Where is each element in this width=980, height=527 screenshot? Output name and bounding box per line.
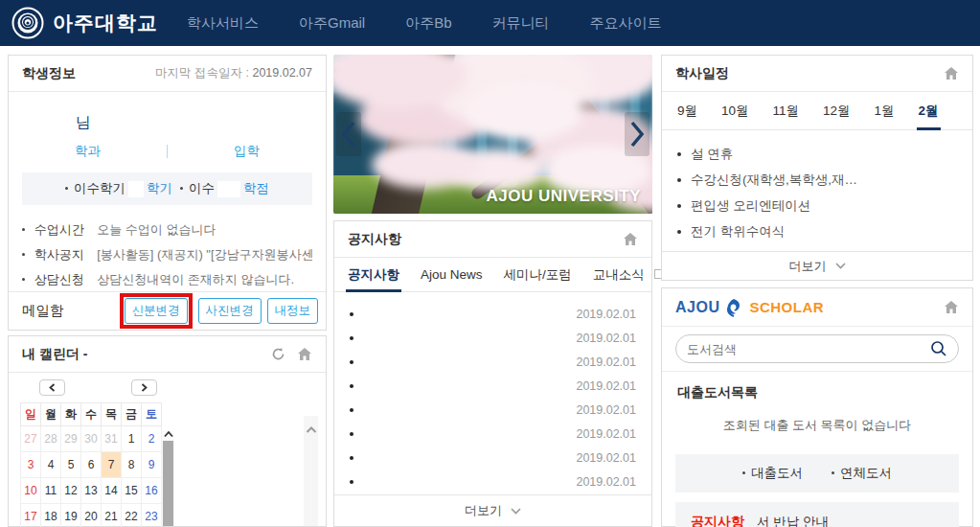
- university-logo[interactable]: 아주대학교: [11, 7, 158, 39]
- tab-month-10[interactable]: 10월: [721, 92, 749, 129]
- calendar-day[interactable]: 19: [61, 504, 81, 527]
- calendar-day[interactable]: 5: [61, 452, 81, 478]
- calendar-day[interactable]: 10: [21, 478, 41, 504]
- calendar-day-today[interactable]: 7: [102, 452, 122, 478]
- carousel-prev-button[interactable]: [336, 112, 361, 156]
- book-search-box[interactable]: [675, 334, 959, 363]
- bullet-dot: [22, 253, 25, 256]
- calendar-day[interactable]: 30: [81, 426, 102, 452]
- calendar-day[interactable]: 27: [21, 426, 41, 452]
- my-info-button[interactable]: 내정보: [267, 298, 319, 324]
- schedule-item[interactable]: 편입생 오리엔테이션: [677, 193, 957, 218]
- calendar-day[interactable]: 14: [102, 478, 122, 504]
- change-photo-button[interactable]: 사진변경: [198, 298, 262, 324]
- menu-item-ajou-bb[interactable]: 아주Bb: [405, 14, 451, 33]
- notice-item[interactable]: 2019.02.01: [350, 350, 636, 374]
- home-icon[interactable]: [944, 66, 959, 80]
- notice-item[interactable]: 2019.02.01: [350, 326, 636, 350]
- main-menu: 학사서비스 아주Gmail 아주Bb 커뮤니티 주요사이트: [187, 14, 662, 33]
- calendar-day[interactable]: 2: [142, 426, 162, 452]
- month-tabs: 9월 10월 11월 12월 1월 2월: [662, 92, 972, 130]
- carousel-next-button[interactable]: [625, 112, 650, 156]
- schedule-item[interactable]: 전기 학위수여식: [677, 218, 957, 244]
- search-icon[interactable]: [930, 340, 947, 357]
- calendar-day[interactable]: 29: [61, 426, 81, 452]
- calendar-day[interactable]: 31: [102, 426, 122, 452]
- calendar-day[interactable]: 16: [142, 478, 162, 504]
- calendar-day[interactable]: 1: [122, 426, 142, 452]
- calendar-next-button[interactable]: [131, 379, 157, 396]
- tab-month-9[interactable]: 9월: [677, 92, 697, 129]
- menu-item-ajou-gmail[interactable]: 아주Gmail: [299, 14, 365, 33]
- info-text[interactable]: [봉사활동] (재공지) "[강남구자원봉사센터]…: [97, 247, 312, 262]
- notice-item[interactable]: 2019.02.01: [350, 398, 636, 422]
- calendar-day[interactable]: 22: [122, 504, 142, 527]
- calendar-day[interactable]: 3: [21, 452, 41, 478]
- calendar-day[interactable]: 12: [61, 478, 81, 504]
- notice-item[interactable]: 2019.02.01: [350, 302, 636, 326]
- tab-campus-news[interactable]: 교내소식: [593, 258, 645, 291]
- calendar-grid: 일 월 화 수 목 금 토 27 28 29 30 31 1 2: [20, 402, 162, 527]
- brand-name: 아주대학교: [53, 10, 158, 36]
- calendar-day[interactable]: 28: [41, 426, 61, 452]
- calendar-week-row: 3 4 5 6 7 8 9: [21, 452, 162, 478]
- tab-ajou-news[interactable]: Ajou News: [421, 258, 483, 291]
- student-info-panel: 학생정보 마지막 접속일자 : 2019.02.07 님 학과 입학 이수학기 …: [8, 55, 327, 331]
- calendar-day[interactable]: 4: [41, 452, 61, 478]
- notice-item[interactable]: 2019.02.01: [350, 470, 636, 493]
- student-links: 학과 입학: [9, 143, 326, 160]
- calendar-header: 내 캘린더 -: [9, 336, 326, 373]
- calendar-day[interactable]: 18: [41, 504, 61, 527]
- menu-item-academic-services[interactable]: 학사서비스: [187, 14, 259, 33]
- tab-seminar-forum[interactable]: 세미나/포럼: [504, 258, 572, 291]
- menu-item-community[interactable]: 커뮤니티: [492, 14, 550, 33]
- menu-item-major-sites[interactable]: 주요사이트: [590, 14, 662, 33]
- calendar-day[interactable]: 13: [81, 478, 102, 504]
- schedule-item[interactable]: 수강신청(재학생,복학생,재…: [677, 167, 957, 193]
- calendar-day[interactable]: 8: [122, 452, 142, 478]
- library-notice-box[interactable]: 공지사항 서 반납 안내: [675, 502, 959, 527]
- scroll-up-icon[interactable]: [164, 430, 173, 438]
- bullet-dot: [350, 384, 353, 388]
- bullet-dot: [677, 230, 681, 234]
- tab-month-12[interactable]: 12월: [823, 92, 851, 129]
- calendar-day[interactable]: 21: [102, 504, 122, 527]
- calendar-scrollbar[interactable]: [162, 430, 174, 526]
- tab-month-11[interactable]: 11월: [773, 92, 800, 129]
- notices-more-button[interactable]: 더보기: [334, 494, 651, 526]
- calendar-day[interactable]: 20: [81, 504, 102, 527]
- scroll-up-icon[interactable]: [306, 425, 317, 434]
- panel-scrollbar[interactable]: [304, 416, 318, 526]
- admission-link[interactable]: 입학: [168, 143, 326, 160]
- change-status-button[interactable]: 신분변경: [125, 298, 188, 324]
- calendar-day[interactable]: 15: [122, 478, 142, 504]
- borrowed-books-link[interactable]: 대출도서: [742, 465, 803, 482]
- calendar-day[interactable]: 23: [142, 504, 162, 527]
- notice-item[interactable]: 2019.02.01: [350, 374, 636, 398]
- mailbox-link[interactable]: 메일함: [22, 302, 64, 320]
- tab-month-1[interactable]: 1월: [875, 92, 895, 129]
- notice-item[interactable]: 2019.02.01: [350, 422, 636, 446]
- home-icon[interactable]: [944, 300, 959, 314]
- home-icon[interactable]: [297, 347, 312, 361]
- calendar-day[interactable]: 11: [41, 478, 61, 504]
- refresh-icon[interactable]: [271, 347, 285, 361]
- overdue-books-link[interactable]: 연체도서: [832, 465, 892, 482]
- student-buttons: 신분변경 사진변경 내정보: [120, 293, 319, 329]
- schedule-text: 설 연휴: [691, 146, 733, 163]
- bullet-dot: [350, 312, 353, 316]
- calendar-day[interactable]: 9: [142, 452, 162, 478]
- calendar-day[interactable]: 6: [81, 452, 102, 478]
- home-icon[interactable]: [623, 232, 638, 246]
- calendar-day[interactable]: 17: [21, 504, 41, 527]
- schedule-item[interactable]: 설 연휴: [677, 141, 957, 167]
- schedule-more-button[interactable]: 더보기: [662, 251, 972, 280]
- scrollbar-thumb[interactable]: [163, 441, 173, 526]
- last-access-date: 2019.02.07: [252, 66, 312, 80]
- department-link[interactable]: 학과: [9, 143, 167, 160]
- book-search-input[interactable]: [687, 342, 930, 356]
- tab-month-2[interactable]: 2월: [919, 92, 939, 129]
- tab-notices[interactable]: 공지사항: [348, 258, 399, 291]
- calendar-prev-button[interactable]: [39, 379, 65, 396]
- notice-item[interactable]: 2019.02.01: [350, 446, 636, 470]
